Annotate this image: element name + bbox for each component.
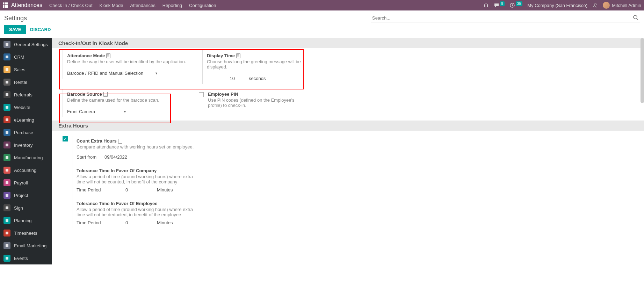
employee-pin-checkbox[interactable] (199, 92, 204, 97)
sidebar-item-label: Planning (14, 218, 32, 223)
menu-configuration[interactable]: Configuration (189, 3, 216, 8)
search-input[interactable] (371, 14, 640, 22)
sidebar-item-purchase[interactable]: Purchase (0, 126, 52, 139)
sidebar-icon (3, 116, 10, 123)
sidebar-icon (3, 154, 10, 161)
save-button[interactable]: SAVE (4, 25, 26, 34)
count-extra-desc: Compare attendance with working hours se… (77, 144, 201, 150)
settings-sidebar: General SettingsCRMSalesRentalReferralsW… (0, 38, 52, 264)
company-switcher[interactable]: My Company (San Francisco) (527, 3, 587, 8)
svg-rect-15 (6, 206, 8, 209)
sidebar-item-email-marketing[interactable]: Email Marketing (0, 239, 52, 252)
sidebar-item-crm[interactable]: CRM (0, 51, 52, 63)
start-from-label: Start from (77, 154, 104, 160)
topbar: Attendances Check In / Check Out Kiosk M… (0, 0, 644, 10)
sidebar-item-label: Rental (14, 80, 27, 85)
svg-rect-7 (6, 106, 8, 109)
sidebar-item-inventory[interactable]: Inventory (0, 139, 52, 151)
sidebar-icon (3, 217, 10, 224)
sidebar-item-label: Timesheets (14, 231, 37, 236)
messages-icon[interactable]: 9 (494, 2, 505, 8)
svg-rect-3 (6, 56, 8, 58)
sidebar-item-planning[interactable]: Planning (0, 214, 52, 227)
svg-rect-14 (6, 194, 8, 197)
sidebar-item-manufacturing[interactable]: Manufacturing (0, 151, 52, 164)
svg-rect-17 (6, 232, 8, 234)
sidebar-item-label: Accounting (14, 168, 36, 173)
doc-icon[interactable] (103, 92, 108, 97)
sidebar-item-label: eLearning (14, 117, 34, 123)
app-name[interactable]: Attendances (11, 2, 42, 8)
svg-rect-4 (6, 68, 8, 71)
svg-rect-2 (6, 43, 8, 46)
highlight-box-2 (59, 94, 171, 123)
sidebar-item-events[interactable]: Events (0, 252, 52, 264)
tol-company-desc: Allow a period of time (around working h… (77, 174, 201, 184)
sidebar-icon (3, 104, 10, 111)
sidebar-icon (3, 179, 10, 186)
sidebar-icon (3, 141, 10, 148)
sidebar-icon (3, 255, 10, 262)
user-menu[interactable]: Mitchell Admin (603, 2, 641, 9)
count-extra-checkbox[interactable]: ✓ (63, 136, 68, 141)
sidebar-icon (3, 204, 10, 211)
action-bar: SAVE DISCARD (0, 22, 644, 38)
discard-button[interactable]: DISCARD (30, 27, 51, 32)
svg-rect-16 (6, 219, 8, 222)
tol-employee-unit: Minutes (157, 220, 173, 225)
sidebar-item-label: Events (14, 256, 28, 261)
sidebar-item-elearning[interactable]: eLearning (0, 114, 52, 126)
support-icon[interactable] (483, 2, 489, 8)
sidebar-item-payroll[interactable]: Payroll (0, 176, 52, 189)
employee-pin-title: Employee PIN (208, 92, 238, 97)
doc-icon[interactable] (118, 139, 122, 144)
sidebar-item-label: General Settings (14, 42, 48, 47)
apps-icon[interactable] (3, 2, 8, 8)
sidebar-icon (3, 91, 10, 98)
svg-rect-8 (6, 118, 8, 121)
sidebar-item-general-settings[interactable]: General Settings (0, 38, 52, 51)
doc-icon[interactable] (236, 53, 240, 58)
page-title: Settings (4, 15, 27, 22)
search-icon[interactable] (633, 15, 638, 20)
sidebar-item-sales[interactable]: Sales (0, 63, 52, 76)
sidebar-item-label: Project (14, 193, 28, 198)
svg-rect-6 (6, 93, 8, 96)
sidebar-item-referrals[interactable]: Referrals (0, 88, 52, 101)
user-name: Mitchell Admin (612, 3, 641, 8)
count-extra-title: Count Extra Hours (77, 138, 117, 144)
svg-rect-5 (6, 81, 8, 83)
sidebar-item-label: Purchase (14, 130, 33, 135)
sidebar-item-sign[interactable]: Sign (0, 202, 52, 214)
tol-employee-desc: Allow a period of time (around working h… (77, 207, 201, 217)
sidebar-icon (3, 66, 10, 73)
sidebar-item-label: Payroll (14, 180, 28, 185)
tol-company-unit: Minutes (157, 187, 173, 192)
sidebar-item-project[interactable]: Project (0, 189, 52, 202)
svg-point-1 (634, 15, 637, 19)
doc-icon[interactable] (106, 53, 110, 58)
sidebar-icon (3, 79, 10, 86)
debug-icon[interactable] (592, 2, 598, 8)
menu-attendances[interactable]: Attendances (130, 3, 155, 8)
tol-employee-value[interactable]: 0 (125, 220, 157, 225)
menu-kiosk[interactable]: Kiosk Mode (100, 3, 123, 8)
sidebar-item-accounting[interactable]: Accounting (0, 164, 52, 176)
svg-rect-12 (6, 169, 8, 172)
menu-checkin[interactable]: Check In / Check Out (49, 3, 93, 8)
start-from-value[interactable]: 09/04/2022 (104, 154, 127, 160)
avatar (603, 2, 610, 9)
sidebar-icon (3, 41, 10, 48)
sidebar-item-website[interactable]: Website (0, 101, 52, 114)
sidebar-icon (3, 230, 10, 237)
menu-reporting[interactable]: Reporting (162, 3, 182, 8)
svg-rect-10 (6, 144, 8, 146)
tol-company-value[interactable]: 0 (125, 187, 157, 192)
sidebar-item-label: Inventory (14, 143, 32, 148)
sidebar-item-timesheets[interactable]: Timesheets (0, 227, 52, 239)
sidebar-item-rental[interactable]: Rental (0, 76, 52, 88)
sidebar-item-label: CRM (14, 54, 24, 60)
activities-badge: 35 (516, 1, 522, 6)
activities-icon[interactable]: 35 (509, 2, 522, 8)
sidebar-item-label: Referrals (14, 92, 32, 97)
